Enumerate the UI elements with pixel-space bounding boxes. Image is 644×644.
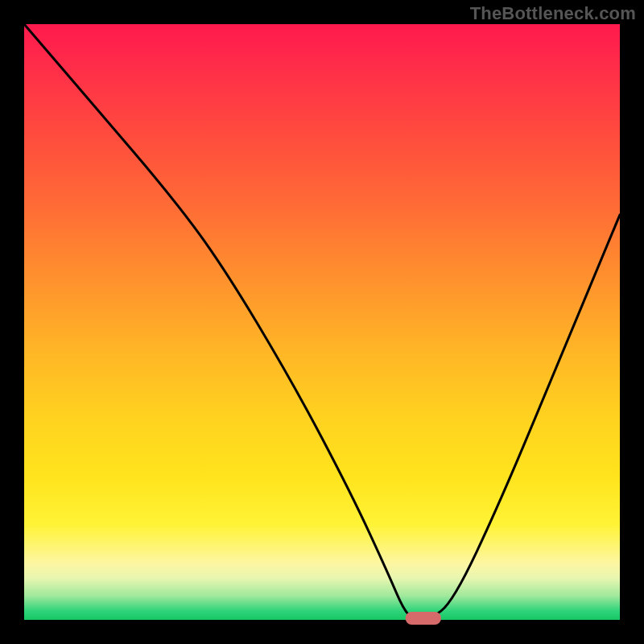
chart-container: TheBottleneck.com — [0, 0, 644, 644]
attribution-text: TheBottleneck.com — [470, 3, 636, 24]
optimum-marker — [406, 612, 441, 625]
plot-background — [24, 24, 620, 620]
bottleneck-chart — [0, 0, 644, 644]
